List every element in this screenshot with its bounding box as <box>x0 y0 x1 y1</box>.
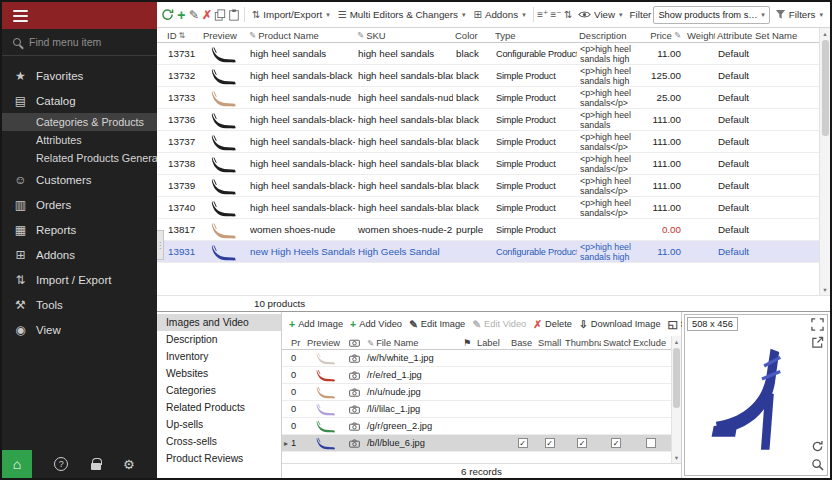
column-price[interactable]: Price✎ <box>647 30 685 41</box>
column-label[interactable]: Label <box>475 338 509 348</box>
sidebar-item[interactable]: ▥ Orders <box>2 192 157 217</box>
expand-groups-icon[interactable]: ≡⁺ <box>537 6 548 24</box>
column-description[interactable]: Description <box>577 30 647 41</box>
detail-tab[interactable]: Up-sells <box>157 416 281 433</box>
product-row[interactable]: ▸ 13931 new High Heels Sandals High Geel… <box>157 241 819 263</box>
paste-icon[interactable] <box>228 6 240 24</box>
grid-scrollbar[interactable]: ▲ ▼ <box>819 28 830 295</box>
delete-product-icon[interactable]: ✗ <box>202 6 213 24</box>
swatch-checkbox[interactable] <box>611 438 621 448</box>
menu-search-input[interactable] <box>29 36 139 48</box>
sidebar-item[interactable]: ⚒ Tools <box>2 292 157 317</box>
category-filter-select[interactable]: Show products from selected categories ▾ <box>653 6 769 24</box>
image-row[interactable]: ▸ 0 /w/h/white_1.jpg <box>282 350 671 367</box>
product-row[interactable]: ▸ 13737 high heel sandals-black-36.5 hig… <box>157 131 819 153</box>
product-row[interactable]: ▸ 13738 high heel sandals-black-37 high … <box>157 153 819 175</box>
image-row[interactable]: ▸ 0 /n/u/nude.jpg <box>282 384 671 401</box>
image-toolbar-button[interactable]: + Add Video <box>350 318 402 330</box>
column-base[interactable]: Base <box>509 338 536 348</box>
column-position[interactable]: Pr <box>289 338 305 348</box>
sidebar-item[interactable]: Categories & Products <box>2 113 157 131</box>
product-row[interactable]: ▸ 13740 high heel sandals-black-38 high … <box>157 197 819 219</box>
image-toolbar-button[interactable]: ✎ Edit Video <box>472 318 526 330</box>
detail-tab[interactable]: Cross-sells <box>157 433 281 450</box>
column-thumbnail[interactable]: Thumbna <box>563 338 601 348</box>
image-toolbar-button[interactable]: ✎ Edit Image <box>409 318 465 330</box>
column-weight[interactable]: Weight <box>685 30 715 41</box>
refresh-icon[interactable] <box>161 6 174 24</box>
column-preview[interactable]: Preview <box>201 30 247 41</box>
collapse-groups-icon[interactable]: ≡⁻ <box>550 6 561 24</box>
addons-button[interactable]: ⊞ Addons ▾ <box>471 7 529 22</box>
multi-editors-button[interactable]: ☰ Multi Editors & Changers ▾ <box>335 7 469 22</box>
image-toolbar-button[interactable]: ✗ Delete <box>533 318 572 330</box>
zoom-icon[interactable] <box>811 458 824 471</box>
sidebar-item[interactable]: ⊞ Addons <box>2 242 157 267</box>
column-product-name[interactable]: ✎Product Name <box>247 30 355 41</box>
detail-tab[interactable]: Description <box>157 331 281 348</box>
image-toolbar-button[interactable]: + Add Image <box>289 318 343 330</box>
column-id[interactable]: ID⇅ <box>165 30 201 41</box>
hamburger-menu-icon[interactable] <box>13 7 28 25</box>
sidebar-item[interactable]: Related Products Generator <box>2 149 157 167</box>
import-export-button[interactable]: ⇅ Import/Export ▾ <box>249 7 333 22</box>
sidebar-item[interactable]: Attributes <box>2 131 157 149</box>
image-row[interactable]: ▸ 0 /g/r/green_2.jpg <box>282 418 671 435</box>
detail-tab[interactable]: Images and Video <box>157 314 281 331</box>
column-sku[interactable]: ✎SKU <box>355 30 453 41</box>
detail-tab[interactable]: Inventory <box>157 348 281 365</box>
splitter-handle[interactable]: ⋮ <box>157 230 164 260</box>
sidebar-item[interactable]: ★ Favorites <box>2 63 157 88</box>
lock-icon[interactable] <box>91 463 101 470</box>
help-icon[interactable]: ? <box>54 457 68 471</box>
sidebar-item[interactable]: ◉ View <box>2 317 157 342</box>
detail-tab[interactable]: Websites <box>157 365 281 382</box>
image-row[interactable]: ▸ 1 /b/l/blue_6.jpg <box>282 435 671 452</box>
exclude-checkbox[interactable] <box>646 438 656 448</box>
view-button[interactable]: View ▾ <box>575 7 626 22</box>
filters-button[interactable]: Filters ▾ <box>772 7 826 22</box>
image-row[interactable]: ▸ 0 /l/i/lilac_1.jpg <box>282 401 671 418</box>
sort-icon[interactable]: ⇅ <box>564 6 574 24</box>
product-row[interactable]: ▸ 13733 high heel sandals-nude high heel… <box>157 87 819 109</box>
column-small[interactable]: Small <box>536 338 563 348</box>
column-swatch[interactable]: Swatch <box>601 338 631 348</box>
expand-icon[interactable] <box>811 318 824 331</box>
column-image-preview[interactable]: Preview <box>305 338 347 348</box>
column-type[interactable]: Type <box>493 30 577 41</box>
product-row[interactable]: ▸ 13817 women shoes-nude women shoes-nud… <box>157 219 819 241</box>
thumbnail-checkbox[interactable] <box>577 438 587 448</box>
detail-tab[interactable]: Categories <box>157 382 281 399</box>
scrollbar-thumb[interactable] <box>673 348 680 408</box>
detail-tab[interactable]: Related Products <box>157 399 281 416</box>
column-attribute-set[interactable]: Attribute Set Name <box>715 30 819 41</box>
edit-product-icon[interactable]: ✎ <box>189 6 200 24</box>
store-icon[interactable]: ⌂ <box>2 450 32 478</box>
sidebar-item[interactable]: ▤ Catalog <box>2 88 157 113</box>
scroll-up-icon[interactable]: ▲ <box>820 28 830 39</box>
column-file-name[interactable]: ✎File Name <box>365 338 461 348</box>
copy-icon[interactable] <box>214 6 226 24</box>
images-scrollbar[interactable]: ▲ ▼ <box>671 336 681 463</box>
settings-gear-icon[interactable]: ⚙ <box>123 457 135 472</box>
scroll-down-icon[interactable]: ▼ <box>672 452 681 463</box>
scroll-down-icon[interactable]: ▼ <box>820 284 830 295</box>
scroll-up-icon[interactable]: ▲ <box>672 336 681 347</box>
product-row[interactable]: ▸ 13732 high heel sandals-black high hee… <box>157 65 819 87</box>
product-row[interactable]: ▸ 13739 high heel sandals-black-37.5 hig… <box>157 175 819 197</box>
image-toolbar-button[interactable]: ⇩ Download Image <box>579 318 661 330</box>
small-checkbox[interactable] <box>545 438 555 448</box>
sidebar-item[interactable]: ☺ Customers <box>2 167 157 192</box>
rotate-icon[interactable] <box>811 440 824 453</box>
sidebar-item[interactable]: ▦ Reports <box>2 217 157 242</box>
product-row[interactable]: ▸ 13736 high heel sandals-black-36 high … <box>157 109 819 131</box>
base-checkbox[interactable] <box>518 438 528 448</box>
column-exclude[interactable]: Exclude <box>631 338 671 348</box>
scrollbar-thumb[interactable] <box>822 40 829 136</box>
sidebar-item[interactable]: ⇅ Import / Export <box>2 267 157 292</box>
image-row[interactable]: ▸ 0 /r/e/red_1.jpg <box>282 367 671 384</box>
open-external-icon[interactable] <box>811 336 824 349</box>
add-product-icon[interactable]: + <box>176 6 187 24</box>
product-row[interactable]: ▸ 13731 high heel sandals high heel sand… <box>157 43 819 65</box>
detail-tab[interactable]: Product Reviews <box>157 450 281 467</box>
